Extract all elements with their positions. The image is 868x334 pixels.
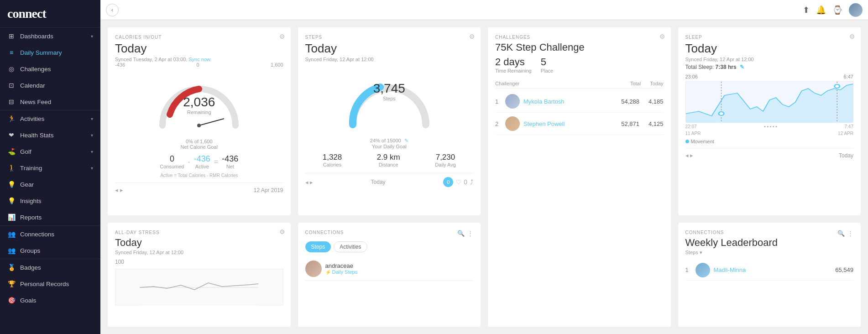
stress-gear-icon[interactable]: ⚙	[279, 228, 285, 235]
sleep-bottom-times: 22:07 • • • • • 7:47	[685, 124, 854, 129]
chevron-down-icon: ▾	[91, 34, 93, 39]
stress-chart	[115, 269, 283, 305]
connections-tabs: Steps Activities	[305, 241, 474, 252]
sleep-card: SLEEP Today Synced Friday, 12 Apr at 12:…	[678, 27, 861, 215]
leaderboard-options-icon[interactable]: ⋮	[847, 230, 853, 237]
steps-prev-button[interactable]: ◂	[305, 179, 309, 186]
connections-search-icon[interactable]: 🔍	[457, 230, 465, 237]
calendar-icon: ⊡	[7, 82, 16, 89]
stress-card: ALL-DAY STRESS Today Synced Friday, 12 A…	[108, 223, 291, 327]
challenge-table-header: Challenger Total Today	[495, 79, 664, 89]
steps-edit-goal[interactable]: ✎	[404, 138, 408, 143]
connections-options-icon[interactable]: ⋮	[467, 230, 473, 237]
challenges-gear-icon[interactable]: ⚙	[659, 33, 665, 40]
gauge-labels: -436 0 1,600	[115, 62, 283, 68]
sidebar-label-news-feed: News Feed	[20, 99, 51, 105]
sidebar-item-news-feed[interactable]: ⊟ News Feed	[0, 94, 100, 110]
challenges-card: CHALLENGES 75K Step Challenge ⚙ 2 days T…	[488, 27, 671, 327]
steps-badge-button[interactable]: 0	[443, 177, 453, 187]
sidebar-label-gear: Gear	[20, 181, 34, 188]
leaderboard-search-icon[interactable]: 🔍	[837, 230, 845, 237]
leaderboard-title: Weekly Leaderboard	[685, 237, 854, 249]
leaderboard-name-1[interactable]: Madli-Minna	[714, 266, 832, 273]
leaderboard-row-1: 1 Madli-Minna 65,549	[685, 260, 854, 281]
sidebar-label-activities: Activities	[20, 115, 44, 122]
sidebar-item-health-stats[interactable]: ❤ Health Stats ▾	[0, 127, 100, 143]
chevron-down-icon: ▾	[91, 149, 93, 154]
connections-card-label: CONNECTIONS	[305, 230, 344, 235]
challenger-name-2[interactable]: Stephen Powell	[523, 120, 617, 127]
challenge-stats: 2 days Time Remaining 5 Place	[495, 56, 664, 73]
steps-value: 3,745	[373, 81, 405, 96]
steps-card-subtitle: Synced Friday, 12 Apr at 12:00	[305, 57, 474, 62]
sidebar-item-insights[interactable]: 💡 Insights	[0, 193, 100, 209]
sleep-gear-icon[interactable]: ⚙	[849, 33, 855, 40]
challenges-card-label: CHALLENGES	[495, 35, 664, 40]
steps-next-button[interactable]: ▸	[310, 179, 313, 186]
sidebar-label-personal-records: Personal Records	[20, 281, 69, 287]
upload-icon[interactable]: ⬆	[803, 5, 810, 15]
personal-records-icon: 🏆	[7, 280, 16, 287]
sleep-edit-icon[interactable]: ✎	[740, 64, 744, 70]
watch-icon[interactable]: ⌚	[832, 5, 842, 15]
sidebar-section-achievements: 🏅 Badges 🏆 Personal Records 🎯 Goals	[0, 259, 100, 308]
cal-prev-button[interactable]: ◂	[115, 187, 118, 193]
connections-tab-steps[interactable]: Steps	[305, 241, 331, 252]
steps-card-title: Today	[305, 42, 474, 56]
badges-icon: 🏅	[7, 264, 16, 271]
calories-note: Active = Total Calories - RMR Calories	[115, 173, 283, 178]
main-area: ‹ ⬆ 🔔 ⌚ CALORIES IN/OUT Today Synced Tue…	[100, 0, 868, 334]
cal-nav-arrows: ◂ ▸	[115, 187, 123, 193]
sidebar-item-reports[interactable]: 📊 Reports	[0, 209, 100, 225]
reports-icon: 📊	[7, 214, 16, 221]
leaderboard-avatar-1	[695, 263, 710, 277]
consumed-item: 0 Consumed	[160, 154, 184, 169]
challenge-days: 2 days Time Remaining	[495, 56, 532, 73]
sidebar-item-badges[interactable]: 🏅 Badges	[0, 259, 100, 276]
calories-card-label: CALORIES IN/OUT	[115, 35, 283, 40]
sidebar-item-groups[interactable]: 👥 Groups	[0, 242, 100, 259]
steps-gauge: 3,745 Steps	[305, 68, 474, 136]
challenger-avatar-2	[505, 116, 520, 131]
challenge-row-2: 2 Stephen Powell 52,871 4,125	[495, 113, 664, 135]
activities-icon: 🏃	[7, 115, 16, 122]
steps-heart-icon[interactable]: ♡ 0	[456, 178, 467, 186]
collapse-sidebar-button[interactable]: ‹	[106, 4, 119, 16]
sidebar-item-personal-records[interactable]: 🏆 Personal Records	[0, 276, 100, 292]
steps-goal: 24% of 15000 ✎ Your Daily Goal	[305, 138, 474, 149]
dashboards-icon: ⊞	[7, 32, 16, 40]
cal-next-button[interactable]: ▸	[120, 187, 123, 193]
steps-share-icon[interactable]: ⤴	[470, 178, 473, 186]
cal-date: 12 Apr 2019	[254, 187, 283, 193]
sidebar-item-gear[interactable]: 💡 Gear	[0, 176, 100, 193]
svg-point-7	[834, 84, 839, 88]
sleep-date-labels: 11 APR 12 APR	[685, 131, 854, 136]
person-stat[interactable]: ⚡ Daily Steps	[325, 269, 358, 275]
sidebar-label-golf: Golf	[20, 148, 31, 155]
active-item: -436 Active	[194, 154, 210, 169]
sidebar-item-calendar[interactable]: ⊡ Calendar	[0, 77, 100, 94]
sidebar-item-goals[interactable]: 🎯 Goals	[0, 292, 100, 308]
sidebar-item-challenges[interactable]: ◎ Challenges	[0, 61, 100, 77]
user-avatar[interactable]	[849, 3, 863, 17]
sidebar-item-daily-summary[interactable]: ≡ Daily Summary	[0, 44, 100, 61]
challenger-name-1[interactable]: Mykola Bartosh	[523, 98, 617, 105]
sleep-prev-button[interactable]: ◂	[685, 152, 689, 159]
svg-point-1	[197, 124, 201, 127]
sidebar-item-golf[interactable]: ⛳ Golf ▾	[0, 143, 100, 160]
calories-sync-link[interactable]: Sync now.	[188, 57, 211, 62]
leaderboard-card-label: CONNECTIONS	[685, 230, 724, 235]
steps-calories: 1,328 Calories	[323, 153, 342, 167]
sleep-next-button[interactable]: ▸	[690, 152, 693, 159]
steps-card-label: STEPS	[305, 35, 474, 40]
sidebar-item-training[interactable]: 🚶 Training ▾	[0, 160, 100, 176]
leaderboard-sub[interactable]: Steps ▾	[685, 250, 854, 256]
sidebar-item-activities[interactable]: 🏃 Activities ▾	[0, 110, 100, 127]
connections-tab-activities[interactable]: Activities	[334, 241, 367, 252]
sidebar-item-dashboards[interactable]: ⊞ Dashboards ▾	[0, 28, 100, 44]
sidebar-item-connections[interactable]: 👥 Connections	[0, 226, 100, 242]
notification-icon[interactable]: 🔔	[816, 5, 826, 15]
steps-gear-icon[interactable]: ⚙	[469, 33, 475, 40]
gear-settings-icon[interactable]: ⚙	[279, 33, 285, 40]
steps-nav-arrows: ◂ ▸	[305, 179, 313, 186]
